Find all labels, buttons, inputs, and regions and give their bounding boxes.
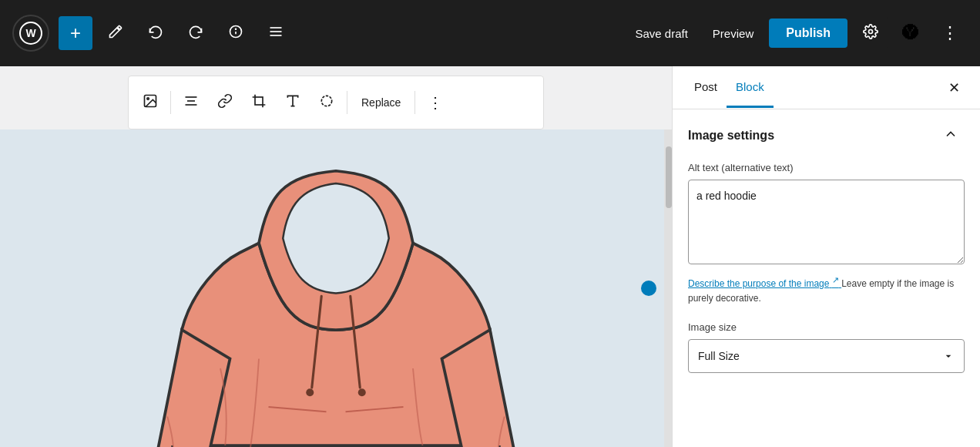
- redo-button[interactable]: [179, 16, 213, 50]
- ellipsis-icon: ⋮: [941, 23, 960, 43]
- svg-point-21: [358, 388, 366, 396]
- tab-block[interactable]: Block: [727, 68, 774, 108]
- text-overlay-button[interactable]: [277, 87, 308, 118]
- image-size-select[interactable]: Thumbnail Medium Large Full Size: [688, 339, 965, 373]
- svg-point-20: [306, 388, 314, 396]
- top-toolbar: W + Save draft Preview Publ: [0, 0, 980, 66]
- undo-icon: [148, 24, 163, 43]
- pen-tool-button[interactable]: [99, 16, 133, 50]
- helper-link-text: Describe the purpose of the image: [688, 278, 829, 289]
- image-icon-button[interactable]: [135, 87, 166, 118]
- right-panel: Post Block ✕ Image settings: [672, 66, 980, 447]
- add-block-button[interactable]: +: [59, 16, 92, 50]
- selection-button[interactable]: [311, 87, 342, 118]
- panel-close-button[interactable]: ✕: [940, 74, 968, 102]
- list-icon: [268, 24, 284, 43]
- resize-handle[interactable]: [641, 281, 656, 296]
- svg-point-10: [147, 97, 149, 99]
- plus-icon: +: [70, 24, 81, 42]
- collapse-button[interactable]: [937, 122, 965, 150]
- helper-text: Describe the purpose of the image ↗ Leav…: [688, 274, 965, 306]
- close-icon: ✕: [948, 79, 960, 96]
- preview-button[interactable]: Preview: [703, 21, 763, 46]
- publish-button[interactable]: Publish: [769, 18, 847, 48]
- image-settings-header: Image settings: [688, 122, 965, 150]
- external-link-icon: ↗: [832, 275, 839, 284]
- toolbar-divider-2: [347, 91, 347, 114]
- publish-label: Publish: [786, 26, 831, 39]
- helper-link[interactable]: Describe the purpose of the image ↗: [688, 278, 841, 289]
- replace-button[interactable]: Replace: [352, 90, 410, 115]
- alt-text-field-container: Alt text (alternative text) Describe the…: [688, 162, 965, 306]
- toolbar-divider-1: [170, 91, 171, 114]
- image-size-section: Image size Thumbnail Medium Large Full S…: [688, 321, 965, 373]
- svg-point-8: [869, 29, 873, 33]
- more-image-options-button[interactable]: ⋮: [420, 87, 451, 118]
- panel-content: Image settings Alt text (alternative tex…: [673, 109, 980, 447]
- undo-button[interactable]: [139, 16, 173, 50]
- gear-icon: [863, 24, 878, 43]
- list-view-button[interactable]: [259, 16, 293, 50]
- image-icon: [143, 93, 158, 113]
- settings-button[interactable]: [854, 16, 888, 50]
- svg-point-17: [321, 96, 331, 106]
- editor-area: Replace ⋮: [0, 66, 672, 447]
- image-canvas[interactable]: [0, 129, 672, 447]
- chevron-up-icon: [943, 126, 958, 146]
- crop-icon: [251, 93, 267, 113]
- preview-label: Preview: [713, 27, 753, 40]
- save-draft-button[interactable]: Save draft: [626, 21, 696, 46]
- main-area: Replace ⋮: [0, 66, 980, 447]
- alt-text-input[interactable]: [688, 180, 965, 264]
- wp-logo[interactable]: W: [12, 15, 49, 52]
- align-center-button[interactable]: [176, 87, 206, 118]
- svg-rect-14: [255, 97, 263, 105]
- link-button[interactable]: [210, 87, 240, 118]
- more-vertical-icon: ⋮: [428, 93, 443, 112]
- yoast-icon: 🅨: [902, 23, 919, 43]
- info-button[interactable]: [219, 16, 253, 50]
- scrollbar[interactable]: [664, 129, 672, 447]
- more-options-button[interactable]: ⋮: [934, 16, 968, 50]
- panel-tabs: Post Block ✕: [673, 66, 980, 109]
- image-toolbar: Replace ⋮: [128, 76, 544, 129]
- hoodie-image: [143, 137, 529, 447]
- pen-icon: [108, 24, 123, 43]
- editor-scroll: [0, 129, 672, 447]
- image-settings-title: Image settings: [688, 129, 774, 143]
- selection-icon: [319, 93, 334, 113]
- align-center-icon: [183, 93, 199, 113]
- info-icon: [228, 24, 243, 43]
- svg-text:W: W: [25, 27, 36, 39]
- text-overlay-icon: [285, 93, 300, 113]
- alt-text-label: Alt text (alternative text): [688, 162, 965, 173]
- yoast-button[interactable]: 🅨: [894, 16, 928, 50]
- redo-icon: [188, 24, 203, 43]
- block-tab-label: Block: [736, 80, 764, 93]
- scrollbar-thumb[interactable]: [666, 146, 672, 208]
- toolbar-divider-3: [414, 91, 415, 114]
- crop-button[interactable]: [243, 87, 274, 118]
- save-draft-label: Save draft: [635, 27, 687, 40]
- tab-post[interactable]: Post: [685, 68, 727, 108]
- post-tab-label: Post: [694, 80, 717, 93]
- replace-label: Replace: [361, 96, 401, 109]
- image-size-label: Image size: [688, 321, 965, 333]
- link-icon: [217, 93, 233, 113]
